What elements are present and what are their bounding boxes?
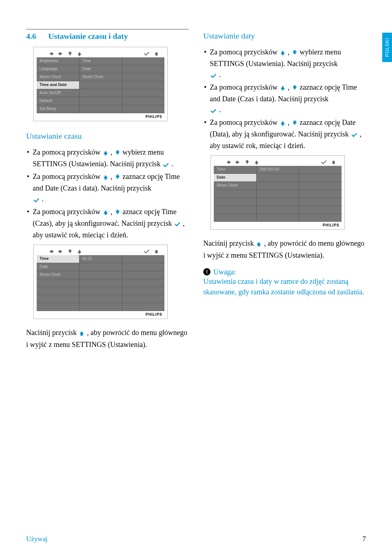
subheading-date: Ustawianie daty [203,31,366,41]
panel-cell [122,271,164,279]
panel-cell [122,65,164,73]
list-item: Za pomocą przycisków , wybierz menu SETT… [33,147,189,170]
panel-cell [79,81,122,89]
return-text: Naciśnij przycisk , aby powrócić do menu… [26,327,189,349]
panel-cell [257,198,299,206]
arrow-up-icon [254,160,259,164]
check-icon [163,159,169,170]
arrow-down-icon [68,249,72,254]
panel-cell [122,303,164,311]
home-icon [331,160,336,164]
text: Za pomocą przycisków [33,172,102,180]
panel-cell [214,214,256,222]
note-body: Ustawienia czasu i daty w ramce do zdjęć… [203,276,366,297]
panel-cell [257,190,299,198]
panel-cell [79,295,122,303]
page-footer: Używaj 7 [26,535,366,543]
return-text: Naciśnij przycisk , aby powrócić do menu… [203,238,366,260]
panel-cell [122,73,164,81]
panel-cell: Auto On/Off [37,89,79,97]
panel-cell: Set Beep [37,105,79,113]
panel-cell [257,206,299,214]
text: Za pomocą przycisków [210,48,279,56]
list-item: Za pomocą przycisków , zaznacz opcję Dat… [210,117,366,151]
panel-cell: Brightness [37,57,79,65]
check-icon [33,195,39,205]
panel-cell [299,166,342,174]
text: , [111,148,114,156]
time-instructions: Za pomocą przycisków , wybierz menu SETT… [26,147,189,240]
brand-label: PHILIPS [214,222,342,227]
panel-cell [299,206,342,214]
arrow-down-icon [115,207,120,218]
panel-cell [299,190,342,198]
arrow-right-icon [58,249,63,254]
date-instructions: Za pomocą przycisków , wybierz menu SETT… [203,46,366,151]
text: Naciśnij przycisk [26,328,78,336]
footer-section: Używaj [26,535,48,543]
panel-cell: Alarm Clock [37,73,79,81]
panel-cell [79,97,122,105]
list-item: Za pomocą przycisków , wybierz menu SETT… [210,46,366,81]
device-screenshot-3: TimeDateShow Clock 2007/07/24 PHILIPS [211,155,345,230]
home-icon [256,239,261,250]
section-title: Ustawianie czasu i daty [48,32,128,41]
panel-cell [257,214,299,222]
panel-cell [122,255,164,263]
panel-col-2: TimeDateShow Clock [79,57,122,113]
panel-cell [79,105,122,113]
panel-cell [214,206,256,214]
panel-cell: Time [79,57,122,65]
arrow-right-icon [58,52,63,56]
arrow-left-icon [49,52,53,56]
panel-cell: 01:21 [79,255,122,263]
panel-cell [79,263,122,271]
section-heading: 4.6 Ustawianie czasu i daty [26,29,189,41]
device-iconbar [37,248,164,255]
panel-cell [299,174,342,182]
panel-cell [122,57,164,65]
text: , [111,208,114,216]
note-heading: ! Uwaga: [203,268,236,276]
text: , [288,48,291,56]
arrow-down-icon [115,147,120,158]
check-icon [211,105,216,116]
panel-cell [299,198,342,206]
note-title: Uwaga: [213,268,236,276]
arrow-down-icon [115,172,120,183]
panel-cell [79,89,122,97]
panel-cell [122,295,164,303]
panel-cell: Date [214,174,256,182]
device-iconbar [37,50,164,57]
panel-cell: Date [37,263,79,271]
panel-col-3 [122,255,164,311]
panel-cell [37,279,79,287]
panel-cell: Time [37,255,79,263]
text: Naciśnij przycisk [203,239,256,247]
device-screenshot-2: TimeDateShow Clock 01:21 PHILIPS [33,245,168,319]
panel-cell: Show Clock [37,271,79,279]
check-icon [211,70,216,81]
text: Za pomocą przycisków [210,118,279,126]
list-item: Za pomocą przycisków , zaznacz opcję Tim… [33,171,189,205]
panel-cell [79,271,122,279]
panel-cell: Show Clock [79,73,122,81]
panel-cell [122,279,164,287]
panel-cell [257,174,299,182]
arrow-up-icon [103,172,108,183]
panel-cell [299,182,342,190]
arrow-up-icon [280,82,285,93]
panel-cell [122,263,164,271]
panel-cell [79,279,122,287]
text: Za pomocą przycisków [210,83,279,91]
check-icon [351,129,357,140]
text: , [111,172,114,180]
panel-cell [122,287,164,295]
panel-col-2: 01:21 [79,255,122,311]
check-icon [144,249,149,254]
panel-cell: Time and Date [37,81,79,89]
arrow-up-icon [103,147,108,158]
home-icon [154,52,159,56]
panel-cell [122,97,164,105]
section-number: 4.6 [26,32,46,41]
